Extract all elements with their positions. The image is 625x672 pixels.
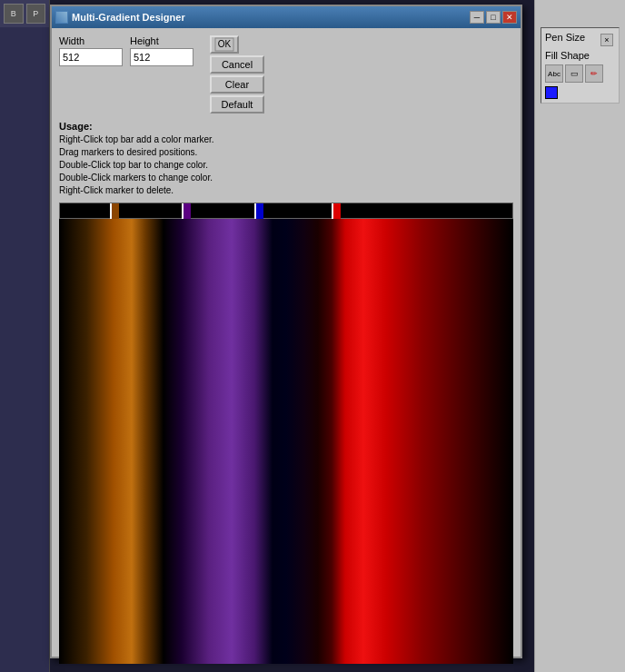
usage-line-4: Double-Click markers to change color. bbox=[59, 172, 513, 184]
ok-icon: OK bbox=[214, 37, 234, 52]
title-left: Multi-Gradient Designer bbox=[55, 11, 185, 24]
minimize-button[interactable]: ─ bbox=[470, 11, 484, 24]
left-toolbar: B P bbox=[0, 0, 50, 672]
marker-blue[interactable] bbox=[254, 203, 263, 220]
usage-line-2: Drag markers to desired positions. bbox=[59, 146, 513, 159]
svg-text:OK: OK bbox=[218, 39, 232, 49]
right-panel-close-btn[interactable]: × bbox=[600, 34, 613, 46]
marker-orange[interactable] bbox=[110, 203, 119, 220]
tool-abc[interactable]: Abc bbox=[545, 64, 563, 83]
marker-red[interactable] bbox=[332, 203, 341, 220]
fill-shape-label: Fill Shape bbox=[545, 50, 615, 61]
tool-rect[interactable]: ▭ bbox=[565, 64, 583, 83]
marker-purple[interactable] bbox=[182, 203, 191, 220]
action-buttons: OK Cancel Clear Default bbox=[210, 35, 264, 114]
right-panel-tools: Abc ▭ ✏ bbox=[545, 64, 615, 83]
tool-pen[interactable]: ✏ bbox=[585, 64, 603, 83]
title-buttons: ─ □ ✕ bbox=[470, 11, 517, 24]
usage-line-5: Right-Click marker to delete. bbox=[59, 184, 513, 197]
clear-button[interactable]: Clear bbox=[210, 75, 264, 94]
usage-line-1: Right-Click top bar add a color marker. bbox=[59, 133, 513, 146]
height-input[interactable] bbox=[130, 48, 193, 66]
height-group: Height bbox=[130, 35, 193, 66]
gradient-canvas bbox=[59, 219, 513, 664]
color-swatch-blue[interactable] bbox=[545, 86, 558, 99]
default-button[interactable]: Default bbox=[210, 95, 264, 114]
ok-button[interactable]: OK bbox=[210, 35, 239, 54]
dialog-body: Width Height OK Cancel Clear Default bbox=[52, 28, 521, 671]
toolbar-btn-1[interactable]: B bbox=[4, 4, 24, 24]
dialog-app-icon bbox=[55, 11, 68, 24]
right-panel: × Pen Size Fill Shape Abc ▭ ✏ bbox=[534, 0, 625, 672]
width-group: Width bbox=[59, 35, 123, 66]
dialog-title: Multi-Gradient Designer bbox=[72, 12, 185, 23]
toolbar-top: B P bbox=[0, 0, 49, 27]
dialog-titlebar[interactable]: Multi-Gradient Designer ─ □ ✕ bbox=[52, 6, 521, 28]
gradient-preview bbox=[59, 219, 513, 664]
usage-line-3: Double-Click top bar to change color. bbox=[59, 159, 513, 172]
height-label: Height bbox=[130, 35, 193, 46]
dialog-window: Multi-Gradient Designer ─ □ ✕ Width Heig… bbox=[50, 5, 522, 658]
color-marker-bar[interactable] bbox=[59, 203, 513, 219]
toolbar-btn-2[interactable]: P bbox=[26, 4, 46, 24]
width-input[interactable] bbox=[59, 48, 123, 66]
usage-section: Usage: Right-Click top bar add a color m… bbox=[59, 121, 513, 197]
maximize-button[interactable]: □ bbox=[486, 11, 501, 24]
usage-label: Usage: bbox=[59, 121, 513, 132]
top-controls: Width Height OK Cancel Clear Default bbox=[59, 35, 513, 114]
width-label: Width bbox=[59, 35, 123, 46]
cancel-button[interactable]: Cancel bbox=[210, 55, 264, 74]
close-button[interactable]: ✕ bbox=[502, 11, 517, 24]
